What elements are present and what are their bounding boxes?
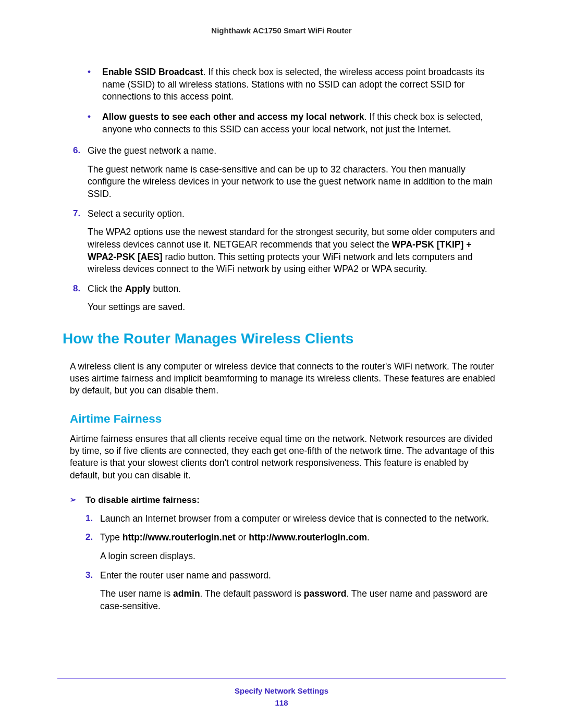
document-page: Nighthawk AC1750 Smart WiFi Router • Ena… [0,0,563,612]
step-text: Enter the router user name and password. [100,570,500,582]
footer-page-number: 118 [57,698,506,707]
url-bold: http://www.routerlogin.com [249,532,367,542]
proc-step-3: 3. Enter the router user name and passwo… [85,570,500,613]
body-bold: password [304,588,347,599]
step-number: 7. [73,208,88,220]
header-device-title: Nighthawk AC1750 Smart WiFi Router [57,26,506,35]
step-number: 1. [85,513,100,525]
step-text: Select a security option. [88,208,500,220]
step-number: 8. [73,283,88,295]
step-body: A login screen displays. [100,550,500,563]
body-bold: admin [173,588,200,599]
bullet-item: • Enable SSID Broadcast. If this check b… [88,66,500,103]
body-mid: . The default password is [200,588,304,599]
step-item-7: 7. Select a security option. The WPA2 op… [73,208,500,276]
subsection-heading: Airtime Fairness [70,412,500,426]
step-number: 2. [85,532,100,544]
text-prefix: Type [100,532,123,542]
text-mid: or [236,532,249,542]
step-body: The WPA2 options use the newest standard… [88,226,500,276]
arrow-icon: ➢ [70,495,85,505]
page-content: • Enable SSID Broadcast. If this check b… [57,66,506,612]
bullet-bold: Allow guests to see each other and acces… [102,112,364,122]
text-suffix: button. [151,283,181,294]
footer-section: Specify Network Settings [57,686,506,695]
text-bold: Apply [125,283,151,294]
step-number: 6. [73,145,88,157]
numbered-steps: 6. Give the guest network a name. The gu… [73,145,500,314]
subsection-intro: Airtime fairness ensures that all client… [70,433,500,481]
proc-step-1: 1. Launch an Internet browser from a com… [85,513,500,525]
proc-step-2: 2. Type http://www.routerlogin.net or ht… [85,532,500,562]
body-prefix: The user name is [100,588,173,599]
section-intro: A wireless client is any computer or wir… [70,361,500,397]
footer-divider [57,678,506,679]
bullet-marker-icon: • [88,66,102,103]
step-item-6: 6. Give the guest network a name. The gu… [73,145,500,201]
bullet-list: • Enable SSID Broadcast. If this check b… [88,66,500,135]
bullet-text: Enable SSID Broadcast. If this check box… [102,66,500,103]
text-suffix: . [367,532,370,542]
step-body: The guest network name is case-sensitive… [88,164,500,201]
procedure-steps: 1. Launch an Internet browser from a com… [85,513,500,613]
bullet-bold: Enable SSID Broadcast [102,67,203,77]
procedure-heading: ➢ To disable airtime fairness: [70,495,500,505]
step-text: Give the guest network a name. [88,145,500,157]
step-body: Your settings are saved. [88,301,500,314]
procedure-title: To disable airtime fairness: [85,495,200,505]
step-number: 3. [85,570,100,582]
text-prefix: Click the [88,283,125,294]
bullet-text: Allow guests to see each other and acces… [102,111,500,135]
step-text: Type http://www.routerlogin.net or http:… [100,532,500,544]
page-footer: Specify Network Settings 118 [57,678,506,707]
step-item-8: 8. Click the Apply button. Your settings… [73,283,500,314]
step-text: Click the Apply button. [88,283,500,295]
url-bold: http://www.routerlogin.net [123,532,236,542]
section-heading: How the Router Manages Wireless Clients [63,330,500,347]
step-text: Launch an Internet browser from a comput… [100,513,500,525]
bullet-marker-icon: • [88,111,102,135]
bullet-item: • Allow guests to see each other and acc… [88,111,500,135]
step-body: The user name is admin. The default pass… [100,588,500,612]
